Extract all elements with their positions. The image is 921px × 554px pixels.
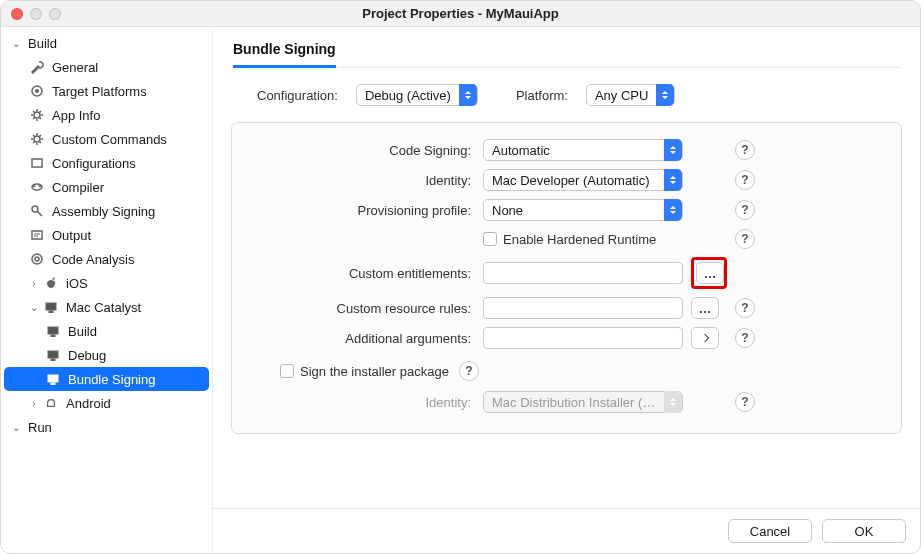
svg-rect-18 bbox=[48, 375, 58, 382]
gear-icon bbox=[28, 106, 46, 124]
hardened-runtime-checkbox[interactable]: Enable Hardened Runtime bbox=[483, 232, 683, 247]
expand-arguments-button[interactable] bbox=[691, 327, 719, 349]
sidebar-item-label: Assembly Signing bbox=[48, 204, 155, 219]
sidebar-group-run[interactable]: ⌄ Run bbox=[4, 415, 209, 439]
sidebar-item-compiler[interactable]: Compiler bbox=[4, 175, 209, 199]
sidebar-item-target-platforms[interactable]: Target Platforms bbox=[4, 79, 209, 103]
help-button[interactable]: ? bbox=[735, 170, 755, 190]
svg-point-1 bbox=[36, 90, 39, 93]
desktop-icon bbox=[44, 322, 62, 340]
select-stepper-icon bbox=[459, 84, 477, 106]
help-button[interactable]: ? bbox=[735, 200, 755, 220]
custom-resource-rules-input[interactable] bbox=[483, 297, 683, 319]
minimize-window-icon[interactable] bbox=[30, 8, 42, 20]
sidebar-item-label: iOS bbox=[62, 276, 88, 291]
sidebar-item-ios[interactable]: › iOS bbox=[4, 271, 209, 295]
chevron-right-icon: › bbox=[28, 398, 40, 409]
select-stepper-icon bbox=[664, 169, 682, 191]
sidebar-item-label: Compiler bbox=[48, 180, 104, 195]
help-button[interactable]: ? bbox=[735, 328, 755, 348]
sidebar-item-mac-build[interactable]: Build bbox=[4, 319, 209, 343]
project-properties-window: Project Properties - MyMauiApp ⌄ Build G… bbox=[0, 0, 921, 554]
sidebar-item-label: General bbox=[48, 60, 98, 75]
sidebar-item-label: Debug bbox=[64, 348, 106, 363]
browse-resource-rules-button[interactable] bbox=[691, 297, 719, 319]
select-stepper-icon bbox=[664, 139, 682, 161]
help-button[interactable]: ? bbox=[735, 229, 755, 249]
identity-label: Identity: bbox=[250, 173, 475, 188]
svg-rect-13 bbox=[49, 311, 53, 313]
sidebar-item-assembly-signing[interactable]: Assembly Signing bbox=[4, 199, 209, 223]
sidebar: ⌄ Build General Target Platforms App Inf… bbox=[1, 27, 213, 553]
sidebar-item-label: Build bbox=[64, 324, 97, 339]
identity-value: Mac Developer (Automatic) bbox=[484, 173, 658, 188]
key-icon bbox=[28, 202, 46, 220]
sidebar-item-app-info[interactable]: App Info bbox=[4, 103, 209, 127]
sidebar-group-build[interactable]: ⌄ Build bbox=[4, 31, 209, 55]
chevron-down-icon: ⌄ bbox=[10, 38, 22, 49]
sidebar-item-mac-debug[interactable]: Debug bbox=[4, 343, 209, 367]
desktop-icon bbox=[42, 298, 60, 316]
sidebar-item-output[interactable]: Output bbox=[4, 223, 209, 247]
svg-rect-12 bbox=[46, 303, 56, 310]
chevron-down-icon: ⌄ bbox=[28, 302, 40, 313]
sign-installer-checkbox[interactable]: Sign the installer package bbox=[280, 364, 449, 379]
hardened-runtime-label: Enable Hardened Runtime bbox=[503, 232, 656, 247]
apple-icon bbox=[42, 274, 60, 292]
sidebar-item-label: Target Platforms bbox=[48, 84, 147, 99]
sidebar-item-custom-commands[interactable]: Custom Commands bbox=[4, 127, 209, 151]
select-stepper-icon bbox=[656, 84, 674, 106]
svg-point-2 bbox=[34, 112, 40, 118]
svg-rect-14 bbox=[48, 327, 58, 334]
help-button[interactable]: ? bbox=[735, 140, 755, 160]
sidebar-item-mac-bundle-signing[interactable]: Bundle Signing bbox=[4, 367, 209, 391]
identity-select[interactable]: Mac Developer (Automatic) bbox=[483, 169, 683, 191]
svg-rect-15 bbox=[51, 335, 55, 337]
help-button[interactable]: ? bbox=[735, 392, 755, 412]
tab-bundle-signing[interactable]: Bundle Signing bbox=[233, 41, 336, 68]
code-signing-select[interactable]: Automatic bbox=[483, 139, 683, 161]
gear-icon bbox=[28, 130, 46, 148]
provisioning-select[interactable]: None bbox=[483, 199, 683, 221]
platform-select[interactable]: Any CPU bbox=[586, 84, 675, 106]
sidebar-item-label: Code Analysis bbox=[48, 252, 134, 267]
help-button[interactable]: ? bbox=[459, 361, 479, 381]
section-tabs: Bundle Signing bbox=[213, 27, 920, 68]
help-button[interactable]: ? bbox=[735, 298, 755, 318]
chevron-right-icon: › bbox=[28, 278, 40, 289]
additional-arguments-input[interactable] bbox=[483, 327, 683, 349]
custom-resource-rules-label: Custom resource rules: bbox=[250, 301, 475, 316]
sidebar-item-label: Mac Catalyst bbox=[62, 300, 141, 315]
custom-entitlements-label: Custom entitlements: bbox=[250, 266, 475, 281]
desktop-icon bbox=[44, 370, 62, 388]
checkbox-icon bbox=[483, 232, 497, 246]
code-signing-value: Automatic bbox=[484, 143, 558, 158]
sidebar-item-label: Custom Commands bbox=[48, 132, 167, 147]
sidebar-item-android[interactable]: › Android bbox=[4, 391, 209, 415]
ok-button[interactable]: OK bbox=[822, 519, 906, 543]
svg-rect-16 bbox=[48, 351, 58, 358]
zoom-window-icon[interactable] bbox=[49, 8, 61, 20]
sidebar-item-label: Android bbox=[62, 396, 111, 411]
svg-point-6 bbox=[33, 185, 35, 187]
sidebar-group-label: Run bbox=[24, 420, 52, 435]
platform-value: Any CPU bbox=[587, 88, 656, 103]
configuration-select[interactable]: Debug (Active) bbox=[356, 84, 478, 106]
close-window-icon[interactable] bbox=[11, 8, 23, 20]
sidebar-item-mac-catalyst[interactable]: ⌄ Mac Catalyst bbox=[4, 295, 209, 319]
window-title: Project Properties - MyMauiApp bbox=[1, 6, 920, 21]
platform-label: Platform: bbox=[516, 88, 568, 103]
browse-entitlements-button[interactable] bbox=[696, 262, 724, 284]
svg-rect-9 bbox=[32, 231, 42, 239]
sidebar-item-configurations[interactable]: Configurations bbox=[4, 151, 209, 175]
android-icon bbox=[42, 394, 60, 412]
sidebar-item-code-analysis[interactable]: Code Analysis bbox=[4, 247, 209, 271]
dialog-footer: Cancel OK bbox=[213, 508, 920, 553]
signing-panel: Code Signing: Automatic ? Identity: Mac … bbox=[231, 122, 902, 434]
svg-rect-17 bbox=[51, 359, 55, 361]
svg-point-11 bbox=[35, 257, 39, 261]
sidebar-item-general[interactable]: General bbox=[4, 55, 209, 79]
custom-entitlements-input[interactable] bbox=[483, 262, 683, 284]
cancel-button[interactable]: Cancel bbox=[728, 519, 812, 543]
configuration-label: Configuration: bbox=[257, 88, 338, 103]
